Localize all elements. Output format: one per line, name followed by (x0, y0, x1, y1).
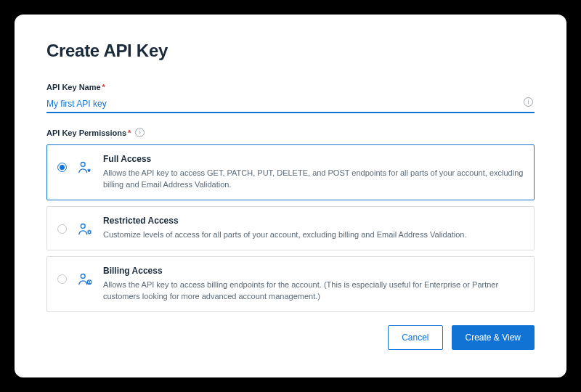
permission-option-restricted-access[interactable]: Restricted Access Customize levels of ac… (46, 206, 535, 250)
option-title: Restricted Access (103, 216, 524, 226)
permissions-label: API Key Permissions* (46, 128, 131, 137)
permissions-label-row: API Key Permissions* i (46, 128, 535, 137)
svg-point-0 (81, 162, 85, 166)
radio-button[interactable] (57, 274, 67, 284)
create-api-key-dialog: Create API Key API Key Name* i API Key P… (15, 15, 566, 377)
api-key-name-field-group: API Key Name* i (46, 80, 535, 113)
info-icon[interactable]: i (135, 128, 145, 137)
radio-button[interactable] (57, 224, 67, 234)
page-title: Create API Key (46, 41, 535, 61)
api-key-name-input[interactable] (46, 94, 535, 113)
svg-point-3 (81, 274, 85, 278)
option-title: Full Access (103, 154, 524, 164)
user-dollar-icon: $ (77, 271, 93, 287)
permission-option-billing-access[interactable]: $ Billing Access Allows the API key to a… (46, 256, 535, 312)
radio-button[interactable] (57, 163, 67, 172)
create-and-view-button[interactable]: Create & View (452, 325, 535, 350)
user-gear-icon (77, 221, 93, 237)
info-icon[interactable]: i (524, 97, 533, 107)
user-star-icon (77, 160, 93, 176)
cancel-button[interactable]: Cancel (388, 325, 442, 350)
api-key-name-label: API Key Name* (46, 83, 105, 91)
option-description: Allows the API key to access billing end… (103, 279, 524, 303)
svg-point-2 (88, 231, 91, 234)
dialog-footer: Cancel Create & View (46, 325, 535, 350)
permissions-options: Full Access Allows the API key to access… (46, 144, 535, 312)
required-marker: * (128, 128, 131, 137)
option-description: Customize levels of access for all parts… (103, 229, 524, 241)
option-description: Allows the API key to access GET, PATCH,… (103, 168, 524, 191)
api-key-name-label-text: API Key Name (46, 83, 101, 91)
permission-option-full-access[interactable]: Full Access Allows the API key to access… (46, 144, 535, 200)
svg-point-1 (81, 224, 85, 228)
permissions-label-text: API Key Permissions (46, 128, 126, 137)
required-marker: * (102, 83, 105, 91)
option-title: Billing Access (103, 266, 524, 276)
